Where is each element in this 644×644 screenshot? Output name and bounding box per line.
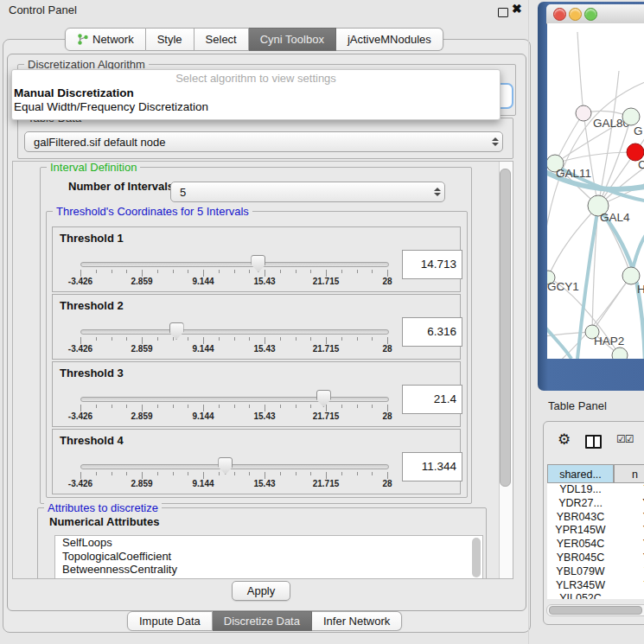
slider-tick <box>372 405 373 408</box>
numerical-attributes-list[interactable]: SelfLoopsTopologicalCoefficientBetweenne… <box>54 535 483 579</box>
slider-tick-label: 9.144 <box>192 344 214 354</box>
slider-tick <box>310 337 311 341</box>
column-header-name[interactable]: n <box>614 464 644 483</box>
slider-tick <box>173 337 174 341</box>
slider-tick <box>157 405 158 408</box>
horizontal-scrollbar-track[interactable] <box>546 604 644 616</box>
dropdown-item-manual-discretization[interactable]: Manual Discretization <box>12 86 500 100</box>
tab-style[interactable]: Style <box>146 28 194 51</box>
table-row[interactable]: YBR045CYBR0 <box>547 552 644 565</box>
threshold-label: Threshold 2 <box>60 299 124 312</box>
network-edge[interactable] <box>547 328 571 359</box>
table-row[interactable]: YBR043CYBR0 <box>547 511 644 525</box>
table-row[interactable]: YPR145WYPR1 <box>547 524 644 538</box>
table-row[interactable]: YBL079WYBL0 <box>547 565 644 579</box>
column-layout-icon[interactable] <box>585 435 602 449</box>
slider-tick <box>249 270 250 273</box>
attribute-list-item[interactable]: BetweennessCentrality <box>55 563 482 577</box>
threshold-value-field[interactable]: 6.316 <box>402 317 462 347</box>
slider-track[interactable] <box>80 464 389 469</box>
network-node[interactable] <box>622 267 640 284</box>
network-canvas[interactable]: GAL80GCGAL11GAL4GCY1HHAP2 <box>547 23 644 359</box>
tab-jactivemnodules[interactable]: jActiveMNodules <box>336 28 443 51</box>
slider-track[interactable] <box>80 397 389 402</box>
select-columns-icon[interactable]: ☑☑ <box>616 433 634 445</box>
slider-tick <box>219 337 220 341</box>
table-row[interactable]: YIL052CYIL0 <box>547 592 644 599</box>
table-row[interactable]: YDR27...YDR2 <box>547 497 644 511</box>
threshold-value-field[interactable]: 21.4 <box>402 385 462 414</box>
tab-select[interactable]: Select <box>194 28 249 51</box>
slider-tick-label: -3.426 <box>68 344 92 354</box>
slider-tick-label: 28 <box>382 277 392 286</box>
slider-tick <box>310 405 311 408</box>
tab-impute-data[interactable]: Impute Data <box>127 611 213 631</box>
network-node-label: GAL4 <box>600 211 630 224</box>
table-row[interactable]: YER054CYER0 <box>547 538 644 552</box>
group-title: Interval Definition <box>47 161 140 174</box>
slider-tick <box>326 337 327 344</box>
cell-name: YER0 <box>614 538 644 552</box>
apply-button[interactable]: Apply <box>232 581 290 601</box>
cell-shared-name: YDR27... <box>547 497 614 511</box>
tab-infer-network[interactable]: Infer Network <box>312 611 402 631</box>
slider-tick <box>219 472 220 475</box>
slider-tick <box>265 405 265 411</box>
slider-tick <box>96 472 97 475</box>
column-header-shared-name[interactable]: shared... <box>547 464 614 483</box>
close-window-icon[interactable] <box>553 8 566 21</box>
attribute-list-item[interactable]: SelfLoops <box>55 536 482 550</box>
panel-divider[interactable] <box>528 0 529 644</box>
network-edge[interactable] <box>577 32 583 113</box>
tab-network[interactable]: Network <box>65 28 146 51</box>
slider-track[interactable] <box>80 329 389 335</box>
threshold-value-field[interactable]: 11.344 <box>402 452 462 481</box>
network-node[interactable] <box>622 108 640 125</box>
table-row[interactable]: YLR345WYLR3 <box>547 579 644 593</box>
slider-tick <box>341 337 342 341</box>
tab-cyni-toolbox[interactable]: Cyni Toolbox <box>249 28 336 51</box>
slider-tick <box>219 270 220 273</box>
threshold-row: Threshold 1-3.4262.8599.14415.4321.71528… <box>52 226 461 292</box>
slider-tick-label: 28 <box>382 411 392 421</box>
table-row[interactable]: YDL19...YDL1 <box>547 483 644 497</box>
scrollbar-thumb[interactable] <box>500 169 511 487</box>
settings-scroll-pane: Interval Definition Number of Intervals … <box>12 161 513 579</box>
cell-shared-name: YIL052C <box>547 592 614 599</box>
float-panel-icon[interactable] <box>498 8 508 17</box>
threshold-value-field[interactable]: 14.713 <box>402 250 462 279</box>
network-node[interactable] <box>612 348 628 359</box>
zoom-window-icon[interactable] <box>584 8 597 21</box>
tab-discretize-data[interactable]: Discretize Data <box>213 611 312 631</box>
scrollbar-track[interactable] <box>499 162 513 578</box>
slider-tick <box>142 337 143 344</box>
slider-track[interactable] <box>80 262 389 267</box>
minimize-window-icon[interactable] <box>569 8 582 21</box>
slider-tick-label: 28 <box>382 479 392 488</box>
slider-tick <box>142 472 143 479</box>
network-edge[interactable] <box>548 206 598 277</box>
settings-gear-icon[interactable]: ⚙ <box>558 432 571 447</box>
network-node[interactable] <box>576 105 591 121</box>
network-window-titlebar[interactable] <box>546 4 644 24</box>
network-edge[interactable] <box>598 71 619 206</box>
close-panel-icon[interactable]: ✖ <box>512 2 522 16</box>
number-of-intervals-combobox[interactable]: 5 <box>170 182 445 202</box>
slider-tick-label: -3.426 <box>68 411 92 421</box>
table-data-combobox[interactable]: galFiltered.sif default node <box>24 131 503 152</box>
network-edge[interactable] <box>555 152 635 163</box>
slider-tick <box>326 405 327 411</box>
list-scrollbar[interactable] <box>472 538 481 577</box>
slider-tick <box>188 405 188 408</box>
horizontal-scrollbar-thumb[interactable] <box>549 606 642 615</box>
slider-tick-label: 15.43 <box>253 411 275 421</box>
slider-tick <box>341 405 342 408</box>
slider-tick <box>157 472 158 475</box>
threshold-row: Threshold 4-3.4262.8599.14415.4321.71528… <box>52 429 461 494</box>
dropdown-prompt: Select algorithm to view settings <box>12 70 500 86</box>
slider-tick <box>326 472 327 479</box>
dropdown-item-equal-width-frequency[interactable]: Equal Width/Frequency Discretization <box>12 100 500 114</box>
slider-tick <box>80 270 81 277</box>
threshold-row: Threshold 3-3.4262.8599.14415.4321.71528… <box>52 361 461 427</box>
attribute-list-item[interactable]: TopologicalCoefficient <box>55 550 482 564</box>
